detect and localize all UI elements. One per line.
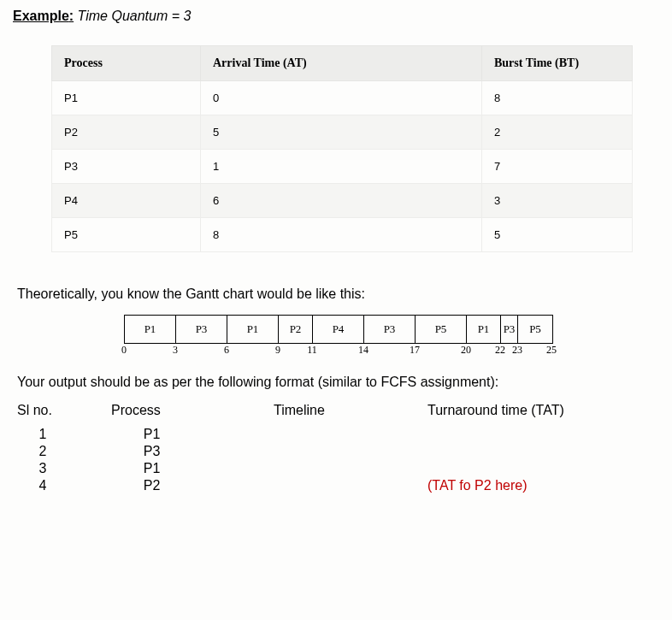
gantt-cell: P4 <box>313 316 364 343</box>
output-tat <box>427 461 659 476</box>
col-tat-header: Turnaround time (TAT) <box>427 403 659 418</box>
table-cell: P4 <box>52 184 201 218</box>
table-cell: 5 <box>201 115 482 150</box>
table-row: P252 <box>52 115 633 150</box>
example-label: Example <box>13 9 69 23</box>
table-header-row: Process Arrival Time (AT) Burst Time (BT… <box>52 46 633 81</box>
table-cell: 3 <box>482 184 633 218</box>
gantt-cell: P1 <box>125 316 176 343</box>
process-table: Process Arrival Time (AT) Burst Time (BT… <box>51 45 633 252</box>
example-value: Time Quantum = 3 <box>78 9 192 23</box>
example-title: Example: Time Quantum = 3 <box>13 9 659 24</box>
gantt-cell: P5 <box>518 316 552 343</box>
table-cell: P2 <box>52 115 201 150</box>
table-cell: 2 <box>482 115 633 150</box>
col-at-header: Arrival Time (AT) <box>201 46 482 81</box>
output-tat <box>427 444 659 459</box>
output-row: 1P1 <box>17 427 659 442</box>
gantt-tick: 3 <box>173 344 178 357</box>
gantt-tick: 11 <box>307 344 317 357</box>
output-header-row: Sl no. Process Timeline Turnaround time … <box>17 403 659 418</box>
gantt-cell: P5 <box>416 316 467 343</box>
output-process: P1 <box>111 461 274 476</box>
col-sl-header: Sl no. <box>17 403 111 418</box>
output-timeline <box>274 461 427 476</box>
gantt-tick: 25 <box>546 344 557 357</box>
gantt-chart: P1P3P1P2P4P3P5P1P3P5 036911141720222325 <box>124 315 659 357</box>
gantt-tick: 20 <box>461 344 471 357</box>
gantt-tick: 6 <box>224 344 229 357</box>
output-row: 3P1 <box>17 461 659 476</box>
table-row: P463 <box>52 184 633 218</box>
output-process: P1 <box>111 427 274 442</box>
output-sl: 2 <box>17 444 111 459</box>
table-cell: 6 <box>201 184 482 218</box>
output-intro-text: Your output should be as per the followi… <box>17 375 655 390</box>
gantt-tick: 23 <box>512 344 522 357</box>
output-tat: (TAT fo P2 here) <box>427 478 659 493</box>
gantt-cell: P3 <box>501 316 518 343</box>
gantt-tick: 9 <box>275 344 280 357</box>
gantt-cell: P3 <box>364 316 416 343</box>
table-cell: 1 <box>201 150 482 184</box>
gantt-intro-text: Theoretically, you know the Gantt chart … <box>17 286 655 302</box>
gantt-tick: 0 <box>121 344 127 357</box>
output-process: P2 <box>111 478 274 493</box>
output-timeline <box>274 427 427 442</box>
output-process: P3 <box>111 444 274 459</box>
output-timeline <box>274 478 427 493</box>
table-row: P585 <box>52 218 633 252</box>
table-cell: 8 <box>201 218 482 252</box>
gantt-tick: 14 <box>358 344 368 357</box>
gantt-tick: 22 <box>495 344 505 357</box>
output-table: Sl no. Process Timeline Turnaround time … <box>17 403 659 493</box>
gantt-cell: P1 <box>467 316 501 343</box>
gantt-cell: P2 <box>279 316 313 343</box>
table-cell: P5 <box>52 218 201 252</box>
table-cell: 0 <box>201 81 482 115</box>
table-cell: 5 <box>482 218 633 252</box>
output-row: 2P3 <box>17 444 659 459</box>
output-tat <box>427 427 659 442</box>
output-sl: 4 <box>17 478 111 493</box>
table-cell: 7 <box>482 150 633 184</box>
col-process-header: Process <box>52 46 201 81</box>
output-row: 4P2(TAT fo P2 here) <box>17 478 659 493</box>
table-row: P108 <box>52 81 633 115</box>
output-timeline <box>274 444 427 459</box>
gantt-cell: P3 <box>176 316 227 343</box>
col-timeline-header: Timeline <box>274 403 427 418</box>
output-sl: 3 <box>17 461 111 476</box>
col-bt-header: Burst Time (BT) <box>482 46 633 81</box>
gantt-tick: 17 <box>410 344 420 357</box>
table-cell: P3 <box>52 150 201 184</box>
col-process-header: Process <box>111 403 274 418</box>
output-sl: 1 <box>17 427 111 442</box>
table-row: P317 <box>52 150 633 184</box>
table-cell: P1 <box>52 81 201 115</box>
table-cell: 8 <box>482 81 633 115</box>
gantt-cell: P1 <box>227 316 279 343</box>
